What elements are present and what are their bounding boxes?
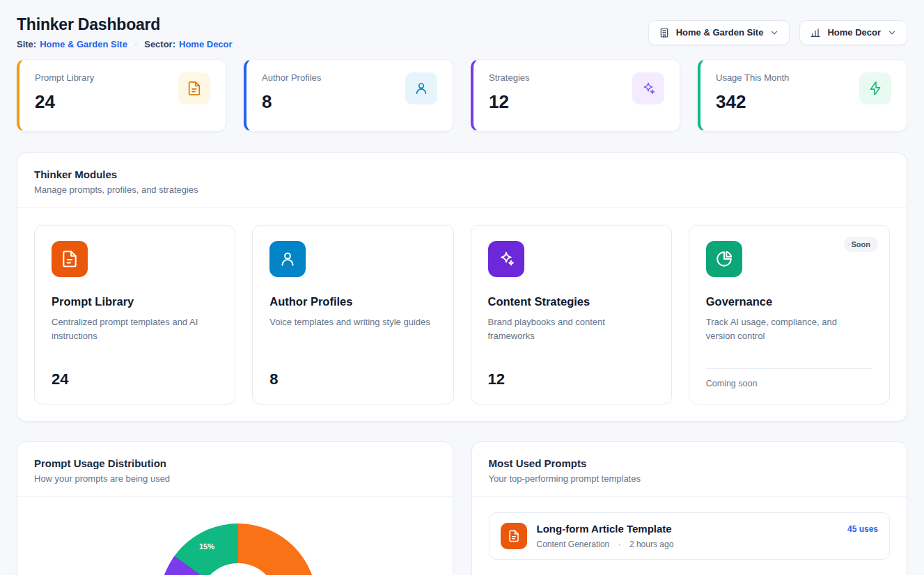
usage-distribution-panel: Prompt Usage Distribution How your promp… (17, 441, 453, 575)
prompt-uses-badge: 45 uses (847, 523, 878, 534)
site-selector-dropdown[interactable]: Home & Garden Site (648, 20, 790, 45)
stat-card-author-profiles: Author Profiles 8 (244, 59, 453, 132)
stat-value: 342 (716, 91, 789, 113)
chevron-down-icon (769, 28, 779, 38)
prompt-title: Long-form Article Template (537, 523, 674, 535)
stat-label: Prompt Library (35, 72, 94, 83)
module-description: Track AI usage, compliance, and version … (706, 315, 868, 342)
stat-label: Strategies (489, 72, 530, 83)
prompt-time: 2 hours ago (629, 539, 673, 549)
usage-donut: 15% (159, 523, 317, 575)
site-label: Site: (17, 39, 36, 49)
most-used-title: Most Used Prompts (489, 457, 891, 469)
sector-selector-dropdown[interactable]: Home Decor (799, 20, 907, 45)
stat-card-prompt-library: Prompt Library 24 (17, 59, 226, 132)
meta-separator: · (618, 539, 621, 549)
most-used-prompts-panel: Most Used Prompts Your top-performing pr… (471, 441, 908, 575)
module-count: 8 (269, 370, 436, 388)
module-description: Centralized prompt templates and AI inst… (52, 315, 213, 342)
topbar: Thinker Dashboard Site: Home & Garden Si… (17, 15, 907, 49)
topbar-actions: Home & Garden Site Home Decor (648, 20, 907, 45)
lightning-icon (859, 72, 891, 104)
module-title: Governance (706, 295, 872, 308)
prompt-meta: Content Generation · 2 hours ago (537, 539, 674, 549)
stat-value: 8 (262, 91, 321, 113)
site-link[interactable]: Home & Garden Site (40, 39, 127, 49)
sparkles-icon (632, 72, 664, 104)
breadcrumb-separator: · (134, 39, 137, 49)
stat-value: 24 (35, 91, 94, 113)
page-title: Thinker Dashboard (17, 15, 233, 34)
modules-grid: Prompt Library Centralized prompt templa… (17, 208, 907, 421)
module-title: Prompt Library (52, 295, 218, 308)
module-card-content-strategies[interactable]: Content Strategies Brand playbooks and c… (471, 225, 672, 404)
chevron-down-icon (887, 28, 897, 38)
stat-label: Author Profiles (262, 72, 321, 83)
prompt-list-item[interactable]: Long-form Article Template Content Gener… (489, 512, 891, 560)
title-block: Thinker Dashboard Site: Home & Garden Si… (17, 15, 233, 49)
sector-selector-label: Home Decor (827, 27, 881, 38)
stat-value: 12 (489, 91, 530, 113)
thinker-modules-panel: Thinker Modules Manage prompts, profiles… (17, 152, 907, 422)
sector-link[interactable]: Home Decor (179, 39, 233, 49)
stat-card-usage: Usage This Month 342 (698, 59, 907, 132)
modules-subtitle: Manage prompts, profiles, and strategies (34, 184, 890, 195)
most-used-subtitle: Your top-performing prompt templates (489, 473, 891, 484)
sparkles-icon (488, 241, 524, 277)
module-description: Voice templates and writing style guides (269, 315, 431, 329)
module-card-author-profiles[interactable]: Author Profiles Voice templates and writ… (252, 225, 453, 404)
module-count: 12 (488, 370, 655, 388)
stat-card-strategies: Strategies 12 (471, 59, 680, 132)
bar-chart-icon (810, 27, 821, 38)
module-title: Content Strategies (488, 295, 655, 308)
module-title: Author Profiles (269, 295, 436, 308)
usage-chart-title: Prompt Usage Distribution (34, 457, 436, 469)
donut-slice-label: 15% (199, 542, 214, 551)
breadcrumb: Site: Home & Garden Site · Sector: Home … (17, 39, 233, 49)
module-card-governance[interactable]: Soon Governance Track AI usage, complian… (689, 225, 890, 404)
module-card-prompt-library[interactable]: Prompt Library Centralized prompt templa… (34, 225, 235, 404)
dashboard-page: Thinker Dashboard Site: Home & Garden Si… (0, 0, 924, 575)
document-icon (178, 72, 210, 104)
module-count: 24 (52, 370, 218, 388)
sector-label: Sector: (144, 39, 175, 49)
prompts-list: Long-form Article Template Content Gener… (472, 497, 907, 575)
stats-row: Prompt Library 24 Author Profiles 8 (17, 59, 907, 132)
usage-chart-area: 15% (17, 497, 453, 575)
module-description: Brand playbooks and content frameworks (488, 315, 650, 342)
stat-label: Usage This Month (716, 72, 789, 83)
building-icon (659, 27, 670, 38)
pie-chart-icon (706, 241, 742, 277)
user-icon (269, 241, 306, 277)
bottom-row: Prompt Usage Distribution How your promp… (17, 441, 907, 575)
user-icon (405, 72, 437, 104)
usage-chart-subtitle: How your prompts are being used (34, 473, 436, 484)
coming-soon-label: Coming soon (706, 368, 872, 388)
soon-badge: Soon (844, 237, 879, 252)
document-icon (52, 241, 88, 277)
document-icon (501, 523, 527, 549)
site-selector-label: Home & Garden Site (676, 27, 764, 38)
modules-title: Thinker Modules (34, 168, 890, 180)
prompt-category: Content Generation (537, 539, 610, 549)
